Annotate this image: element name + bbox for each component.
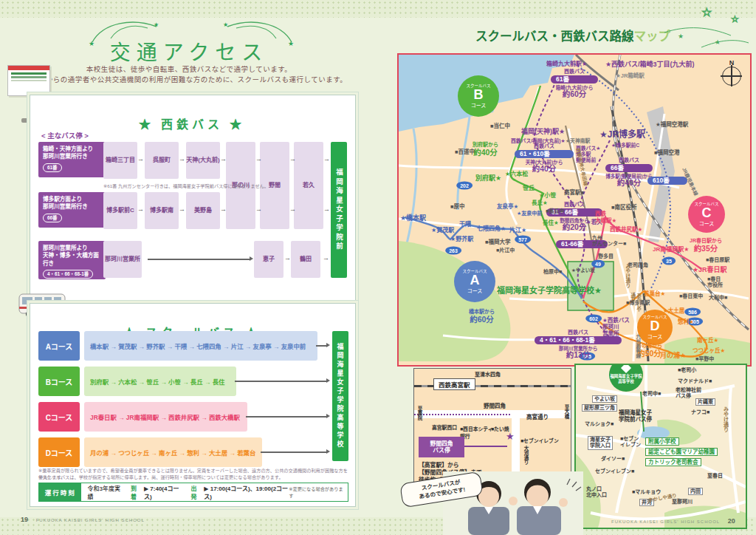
arrow-icon: → [323,155,330,163]
course-chip: Bコース [38,367,80,396]
to-ohashi: 至大橋 [563,404,570,419]
route3-badge: 4・61・66・68-1番 [43,270,93,279]
schedule-label: 運行時刻 [39,483,81,501]
course-stops: 橋本駅 → 賀茂駅 → 野芥駅 → 干隈 → 七隈四角 → 片江 → 友泉亭 →… [84,331,317,361]
bus-stop: 美野島 [186,192,220,229]
oike-street-label: 大池通り [522,446,529,465]
arrow-icon: → [255,155,262,163]
svg-text:★: ★ [154,21,159,28]
footer-school-name: FUKUOKA KAISEI GIRLS' HIGH SCHOOL [36,518,145,522]
route1-badge: 61番 [43,163,62,172]
bus-stop: 天神(大丸前) [186,142,220,179]
route3-from: 那珂川営業所より [43,245,88,251]
bus-stop: 箱崎三丁目 [103,142,137,179]
arrow-icon: → [284,254,291,262]
bus-stop-star-icon: ★ [506,431,515,442]
schedule-bar: 運行時刻 令和3年度実績 到着 ▶ 7:40(4コース) 出発 ▶ 17:00(… [38,483,348,502]
compass-icon: N [722,59,741,86]
course-stops: 月の浦 → つつじヶ丘 → 南ヶ丘 → 惣利 → 大土居 → 若葉台 [84,437,262,467]
course-row-d: Dコース 月の浦 → つつじヶ丘 → 南ヶ丘 → 惣利 → 大土居 → 若葉台 [38,437,348,467]
bus-stop: 那珂川営業所 [103,241,142,278]
course-row-b: Bコース 別府駅 → 六本松 → 笹丘 → 小笹 → 長丘 → 長住 [38,367,348,396]
noma-yotsukado-label: 野間四角 [484,401,506,409]
gan-center-note: ※61番 九州ガンセンター行きは、福岡海星女子学院前バス停には停まりません。 [103,183,325,189]
bus-stop: 恵子 [254,241,284,278]
intro-line-2: 遠方からの通学者や公共交通機関の利用が困難な方のために、スクールバスも運行してい… [0,74,378,84]
schedule-year: 令和3年度実績 [87,484,123,500]
left-page-footer: 19 FUKUOKA KAISEI GIRLS' HIGH SCHOOL [21,516,145,523]
hills-southwest [399,241,510,361]
arrow-icon: → [179,155,185,163]
noma-yotsukado-busstop-box: 野間四角 バス停 [419,437,464,457]
river [458,117,470,210]
school-neighborhood-inset-map: 福岡海星女子学院 高等学校 ■老司小マクドナルド■老松神社前 バス停老司中■やよ… [574,364,747,529]
route-label-2: 博多駅方面より 那珂川営業所行き 66番 [38,192,106,228]
arrow-icon: → [289,205,296,213]
course-row-a: Aコース 橋本駅 → 賀茂駅 → 野芥駅 → 干隈 → 七隈四角 → 片江 → … [38,331,348,361]
school-logo-label: 福岡海星女子学院 高等学校 [605,374,647,384]
route-label-1: 箱崎・天神方面より 那珂川営業所行き 61番 [38,142,106,177]
bus-stop: 呉服町 [145,142,179,179]
route-label-3: 那珂川営業所より 天神・博多・大橋方面行き 4・61・66・68-1番 [38,241,106,279]
stop-change-note: ※スクールバスは、学校が指定する場所に停車します。尚、運行時刻・停車場所について… [38,474,348,480]
city-bank-label: ■西日本シティ 銀行 [460,425,492,440]
right-page-number: 20 [728,517,735,525]
page-title: 交通アクセス [0,36,378,66]
arrow-icon: → [179,205,185,213]
bus-stop: 鶴田 [291,241,320,278]
course-row-c: Cコース JR春日駅 → JR南福岡駅 → 西鉄井尻駅 → 西鉄大橋駅 [38,402,348,432]
west-exit-label: 高宮駅西口 [432,423,457,431]
footer-school-name: FUKUOKA KAISEI GIRLS' HIGH SCHOOL [611,519,720,524]
route2-from: 博多駅方面より [43,196,82,202]
map-title-main: スクールバス・西鉄バス路線 [475,30,634,43]
arrow-line [235,381,326,382]
arrow-icon: → [323,254,329,262]
course-chip: Cコース [38,402,80,432]
hills-southeast [664,337,750,365]
svg-text:★: ★ [678,33,684,40]
route2-badge: 66番 [43,214,62,222]
course-stops: 別府駅 → 六本松 → 笹丘 → 小笹 → 長丘 → 長住 [84,367,236,396]
takamiya-station-box: 西鉄高宮駅 [433,378,475,390]
route-map: スクールバスBコース別府駅から約40分スクールバスAコース橋本駅から約60分スク… [397,53,752,367]
map-base [399,55,750,365]
nishitetsu-route-diagram: 箱崎・天神方面より 那珂川営業所行き 61番 博多駅方面より 那珂川営業所行き … [38,142,348,287]
route1-from: 箱崎・天神方面より [43,146,93,152]
depart-value: ▶ 17:00(4コース)、19:00(2コース) [204,484,289,500]
arrive-key: 到着 [131,484,142,500]
bus-route-dotted [414,414,516,415]
sea-area [399,55,574,132]
bus-stop: 博多駅南 [145,192,179,229]
airport-area [647,106,675,242]
destination-bar: 福岡海星女子学院高等学校 [332,331,348,461]
long-arrow [148,259,250,260]
seven-eleven-label: ■セブンイレブン [520,437,559,444]
svg-text:☆: ☆ [731,14,739,24]
course-stops: JR春日駅 → JR南福岡駅 → 西鉄井尻駅 → 西鉄大橋駅 [84,402,247,432]
left-page-number: 19 [21,516,28,523]
course-chip: Aコース [38,331,80,361]
route1-to: 那珂川営業所行き [43,153,88,160]
arrow-line [246,416,326,418]
svg-text:☆: ☆ [701,6,712,18]
course-chip: Dコース [38,437,80,467]
arrow-icon: → [220,155,227,163]
to-yakuin: 至薬院 [416,406,423,420]
schedule-note: ※変更になる場合があります [289,485,343,499]
school-bus-courses: Aコース 橋本駅 → 賀茂駅 → 野芥駅 → 干隈 → 七隈四角 → 片江 → … [38,331,348,464]
to-shimizu-yotsukado: 至清水四角 [475,370,501,378]
school-zone [568,262,614,310]
arrow-icon: → [137,205,144,213]
arrow-line [261,451,326,453]
route2-to: 那珂川営業所行き [43,203,88,210]
arrow-icon: → [289,155,296,163]
river [406,129,416,247]
destination-bar: 福岡海星女子学院前 [331,142,347,278]
depart-key: 出発 [191,484,202,500]
right-page-footer: FUKUOKA KAISEI GIRLS' HIGH SCHOOL 20 [611,517,741,525]
bus-stop: 博多駅前C [103,192,137,229]
inset2-base [576,365,746,528]
route3-to: 天神・博多・大橋方面行き [43,252,99,266]
arrow-line [316,345,326,347]
takamiya-street-label: 高宮通り [526,412,549,420]
